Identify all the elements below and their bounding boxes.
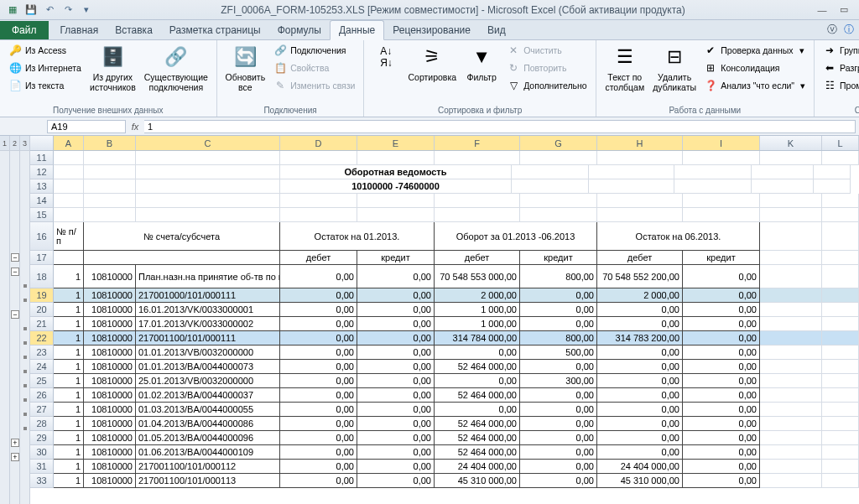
outline-dot-icon [23, 327, 27, 330]
restore-button[interactable]: ▭ [834, 3, 854, 17]
col-header-L[interactable]: L [822, 136, 859, 150]
name-box[interactable] [47, 120, 126, 133]
col-header-B[interactable]: B [84, 136, 136, 150]
row-header[interactable]: 21 [30, 317, 54, 331]
minimize-ribbon-icon[interactable]: ⓥ [827, 23, 837, 37]
fx-icon[interactable]: fx [126, 122, 144, 132]
from-text-button[interactable]: 📄Из текста [5, 77, 85, 94]
row-header[interactable]: 27 [30, 403, 54, 417]
row-header[interactable]: 14 [30, 194, 54, 208]
minimize-button[interactable]: — [812, 3, 832, 17]
row-header[interactable]: 11 [30, 151, 54, 165]
from-other-button[interactable]: 🗄️Из других источников [86, 42, 139, 94]
row-header[interactable]: 23 [30, 346, 54, 360]
col-header-F[interactable]: F [435, 136, 520, 150]
row-header[interactable]: 33 [30, 474, 54, 488]
filter-button[interactable]: ▼Фильтр [461, 42, 502, 84]
grid-row: 15 [30, 208, 859, 222]
remove-duplicates-button[interactable]: ⊟Удалить дубликаты [650, 42, 699, 94]
col-header-D[interactable]: D [280, 136, 357, 150]
group-button[interactable]: ➜Группировать ▾ [820, 42, 859, 59]
col-header-E[interactable]: E [357, 136, 435, 150]
funnel-icon: ▼ [468, 44, 495, 70]
row-header[interactable]: 22 [30, 331, 54, 346]
row-header[interactable]: 29 [30, 431, 54, 445]
row-header[interactable]: 25 [30, 374, 54, 388]
row-header[interactable]: 16 [30, 222, 54, 251]
undo-icon[interactable]: ↶ [42, 3, 57, 18]
redo-icon[interactable]: ↷ [60, 3, 75, 18]
t2c-icon: ☰ [612, 44, 638, 70]
tab-home[interactable]: Главная [52, 21, 107, 39]
qat-dropdown-icon[interactable]: ▾ [79, 3, 94, 18]
outline-expand-icon[interactable]: + [11, 439, 19, 447]
formula-input[interactable]: 1 [144, 120, 856, 133]
data-validation-button[interactable]: ✔Проверка данных ▾ [700, 42, 809, 59]
row-header[interactable]: 31 [30, 460, 54, 474]
help-icon[interactable]: ⓘ [844, 23, 854, 37]
tab-formulas[interactable]: Формулы [269, 21, 330, 39]
grid-row: 2311081000001.01.2013/VB/00320000000,000… [30, 346, 859, 360]
col-header-C[interactable]: C [136, 136, 280, 150]
outline-level-3[interactable]: 3 [20, 136, 30, 504]
from-access-button[interactable]: 🔑Из Access [5, 42, 85, 59]
connections-button[interactable]: 🔗Подключения [270, 42, 358, 59]
outline-level-2[interactable]: 2−−−++ [10, 136, 20, 504]
whatif-button[interactable]: ❓Анализ "что если" ▾ [700, 77, 809, 94]
col-header-H[interactable]: H [597, 136, 683, 150]
row-header[interactable]: 15 [30, 208, 54, 222]
outline-collapse-icon[interactable]: − [11, 268, 19, 276]
sort-az-button[interactable]: А↓Я↓ [369, 42, 403, 72]
row-header[interactable]: 13 [30, 179, 54, 194]
ungroup-button[interactable]: ⬅Разгруппировать ▾ [820, 60, 859, 76]
row-header[interactable]: 26 [30, 388, 54, 403]
reapply-button: ↻Повторить [503, 60, 591, 76]
text-to-columns-button[interactable]: ☰Текст по столбцам [601, 42, 648, 94]
row-header[interactable]: 28 [30, 417, 54, 431]
grid-row: 2611081000001.02.2013/BA/00440000370,000… [30, 388, 859, 403]
col-header-A[interactable]: A [54, 136, 84, 150]
grid-row: 14 [30, 194, 859, 208]
outline-level-1[interactable]: 1 [0, 136, 10, 504]
row-header[interactable]: 20 [30, 303, 54, 317]
outline-collapse-icon[interactable]: − [11, 310, 19, 319]
grid-row: 22110810000217001100/101/0001110,000,003… [30, 331, 859, 346]
outline-collapse-icon[interactable]: − [11, 253, 19, 262]
clear-icon: ✕ [507, 44, 520, 57]
edit-link-icon: ✎ [273, 79, 287, 92]
from-web-button[interactable]: 🌐Из Интернета [5, 60, 85, 76]
row-header[interactable]: 12 [30, 165, 54, 179]
row-header[interactable]: 18 [30, 265, 54, 288]
tab-data[interactable]: Данные [330, 20, 384, 40]
existing-connections-button[interactable]: 🔗Существующие подключения [141, 42, 211, 94]
save-icon[interactable]: 💾 [23, 3, 39, 18]
outline-expand-icon[interactable]: + [11, 453, 19, 461]
formula-bar: fx 1 [0, 117, 859, 136]
ribbon: 🔑Из Access 🌐Из Интернета 📄Из текста 🗄️Из… [0, 40, 859, 117]
consolidate-button[interactable]: ⊞Консолидация [700, 60, 809, 76]
sort-az-icon: А↓Я↓ [372, 44, 399, 70]
row-header[interactable]: 30 [30, 445, 54, 460]
reapply-icon: ↻ [507, 61, 520, 75]
tab-review[interactable]: Рецензирование [384, 21, 479, 39]
globe-icon: 🌐 [8, 61, 22, 75]
advanced-filter-button[interactable]: ▽Дополнительно [503, 77, 591, 94]
refresh-all-button[interactable]: 🔄Обновить все [222, 42, 269, 94]
sort-button[interactable]: ⚞Сортировка [404, 42, 460, 84]
tab-insert[interactable]: Вставка [107, 21, 161, 39]
grid-row: 33110810000217001100/101/0001130,000,004… [30, 474, 859, 488]
tab-view[interactable]: Вид [479, 21, 514, 39]
col-header-G[interactable]: G [520, 136, 597, 150]
row-header[interactable]: 24 [30, 360, 54, 374]
tab-page-layout[interactable]: Разметка страницы [161, 21, 269, 39]
col-header-I[interactable]: I [683, 136, 760, 150]
row-header[interactable]: 17 [30, 251, 54, 265]
grid-row: 16№ п/п№ счета/субсчетаОстаток на 01.201… [30, 222, 859, 251]
col-header-K[interactable]: K [760, 136, 822, 150]
subtotal-button[interactable]: ☷Промежуточный итог [820, 77, 859, 94]
text-file-icon: 📄 [8, 79, 22, 92]
row-header[interactable]: 19 [30, 288, 54, 303]
grid-row: 12Оборотная ведомость [30, 165, 859, 179]
tab-file[interactable]: Файл [0, 21, 49, 39]
properties-button: 📋Свойства [270, 60, 358, 76]
